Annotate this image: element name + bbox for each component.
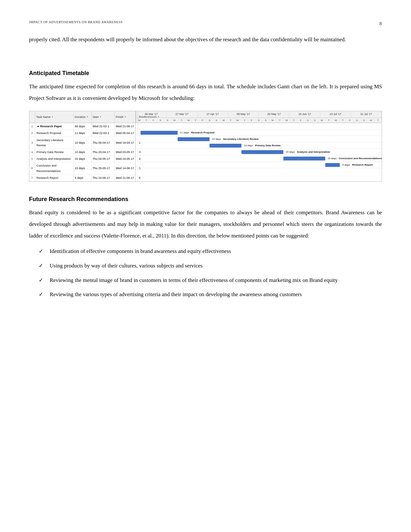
gantt-header: Task Name ▼ Duration ▼ Start ▼ Finish ▼ … xyxy=(29,111,382,123)
gantt-chart-row: 10 days Primary Data Review xyxy=(136,142,382,149)
page-number: 8 xyxy=(379,19,382,28)
checkmark-icon: ✓ xyxy=(39,276,46,285)
gantt-bar-label-research-proposal: 11 days Research Proposal xyxy=(180,131,214,135)
gantt-weeks-row: 06 Mar '17 27 Mar '17 17 Apr '17 08 May … xyxy=(136,111,382,118)
col-start-header: Start ▼ xyxy=(92,111,115,123)
table-row: 3 Secondary Literature Review 10 days Th… xyxy=(29,137,135,149)
gantt-bar-label-analysis: 15 days Analysis and Interpretation xyxy=(286,150,330,154)
gantt-bar-label-secondary-lit: 10 days Secondary Literature Review xyxy=(212,137,259,141)
bullet-list: ✓ Identification of effective components… xyxy=(39,247,382,299)
col-duration-header: Duration ▼ xyxy=(74,111,92,123)
checkmark-icon: ✓ xyxy=(39,290,46,300)
document-title: IMPACT OF ADVERTISEMENTS ON BRAND AWAREN… xyxy=(29,19,122,25)
gantt-bar-primary-data xyxy=(210,144,241,148)
table-row: 7 Research Report 5 days Thu 15-06-17 We… xyxy=(29,175,135,181)
gantt-chart-row: 11 days Research Proposal xyxy=(136,130,382,136)
gantt-bar-analysis xyxy=(241,150,283,154)
gantt-bar-label-primary-data: 10 days Primary Data Review xyxy=(244,143,281,148)
table-row: 4 Primary Data Review 10 days Thu 20-04-… xyxy=(29,149,135,156)
table-row: 5 Analysis and Interpretation 15 days Th… xyxy=(29,156,135,162)
gantt-chart-row xyxy=(136,123,382,130)
gantt-chart: Task Name ▼ Duration ▼ Start ▼ Finish ▼ … xyxy=(29,111,382,181)
gantt-body: 1 ◄ Research Paper 66 days Wed 22-03-1 W… xyxy=(29,123,382,181)
col-task-header: Task Name ▼ xyxy=(35,111,74,123)
gantt-days-row: WTFSS MTWTFSS MTWTFSS MTWTFSS MTWTFSS MT xyxy=(136,118,382,123)
gantt-bar-research-proposal xyxy=(141,131,177,135)
col-num xyxy=(29,111,35,123)
page-header: IMPACT OF ADVERTISEMENTS ON BRAND AWAREN… xyxy=(29,19,382,28)
gantt-col-headers: Task Name ▼ Duration ▼ Start ▼ Finish ▼ … xyxy=(29,111,136,123)
gantt-chart-row: 5 days Research Report xyxy=(136,162,382,168)
gantt-bar-secondary-lit xyxy=(178,137,210,141)
gantt-bar-label-conclusion: 15 days Conclusion and Recommendations xyxy=(328,156,382,161)
table-row: 2 Research Proposal 11 days Wed 22-03-1 … xyxy=(29,130,135,137)
list-item: ✓ Using products by way of their culture… xyxy=(39,261,382,271)
checkmark-icon: ✓ xyxy=(39,247,46,256)
section1-paragraph: The anticipated time expected for comple… xyxy=(29,81,382,104)
gantt-bar-label-report: 5 days Research Report xyxy=(342,163,373,167)
gantt-chart-row: 10 days Secondary Literature Review xyxy=(136,136,382,142)
col-finish-header: Finish ▼ xyxy=(115,111,138,123)
gantt-chart-row: 15 days Conclusion and Recommendations xyxy=(136,155,382,162)
table-row: 6 Conclusion and Recommendations 15 days… xyxy=(29,162,135,174)
list-item: ✓ Reviewing the mental image of brand in… xyxy=(39,276,382,285)
intro-paragraph: properly cited. All the respondents will… xyxy=(29,34,382,45)
gantt-bar-report xyxy=(325,163,340,167)
gantt-timeline-header: 06 Mar '17 27 Mar '17 17 Apr '17 08 May … xyxy=(136,111,382,123)
section1-heading: Anticipated Timetable xyxy=(29,68,382,78)
gantt-task-rows: 1 ◄ Research Paper 66 days Wed 22-03-1 W… xyxy=(29,123,136,181)
list-item: ✓ Identification of effective components… xyxy=(39,247,382,256)
gantt-bar-conclusion xyxy=(283,157,325,160)
checkmark-icon: ✓ xyxy=(39,261,46,271)
table-row: 1 ◄ Research Paper 66 days Wed 22-03-1 W… xyxy=(29,123,135,130)
gantt-chart-row: 15 days Analysis and Interpretation xyxy=(136,149,382,155)
gantt-chart-area: 11 days Research Proposal 10 days Second… xyxy=(136,123,382,181)
list-item: ✓ Reviewing the various types of adverti… xyxy=(39,290,382,300)
section2-heading: Future Research Recommendations xyxy=(29,194,382,204)
section2-paragraph: Brand equity is considered to be as a si… xyxy=(29,207,382,241)
